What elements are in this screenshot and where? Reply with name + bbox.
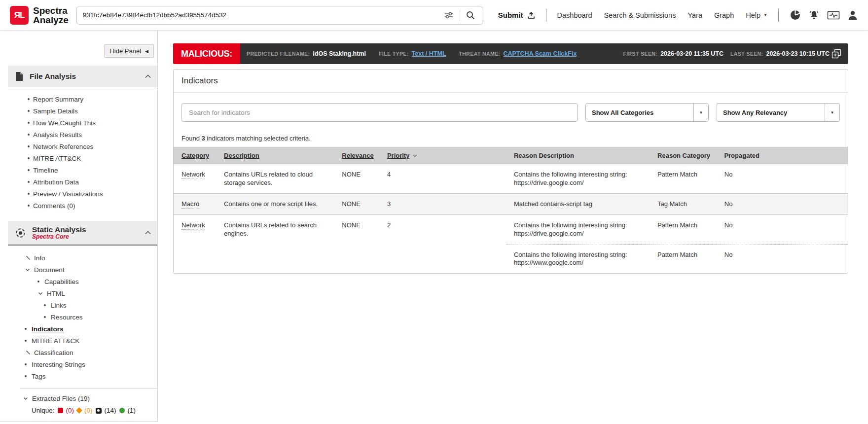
sidebar-item-comments-0[interactable]: Comments (0) xyxy=(0,200,157,212)
reason-description-cell: Matched contains-script tag xyxy=(506,194,650,214)
sidebar-item-report-summary[interactable]: Report Summary xyxy=(0,93,157,105)
sidebar-item-label: Timeline xyxy=(33,167,58,174)
tree-item-links[interactable]: Links xyxy=(0,299,157,311)
category-value[interactable]: Network xyxy=(181,171,205,179)
notifications-icon[interactable] xyxy=(808,9,820,21)
banner-fields: PREDICTED FILENAME:idOS Staking.htmlFILE… xyxy=(247,50,577,57)
extracted-files-section: Extracted Files (19) Unique: (0)(0)(14)(… xyxy=(0,392,157,417)
indicator-controls: Show All Categories ▼ Show Any Relevancy… xyxy=(181,103,840,122)
category-cell: Network xyxy=(174,164,216,193)
nav-link-yara[interactable]: Yara xyxy=(687,11,702,19)
activity-monitor-icon[interactable] xyxy=(827,10,840,21)
sidebar-item-network-references[interactable]: Network References xyxy=(0,141,157,152)
text-html-link[interactable]: Text / HTML xyxy=(412,50,446,57)
user-icon[interactable] xyxy=(847,10,858,21)
category-filter-select[interactable]: Show All Categories ▼ xyxy=(585,103,709,122)
tree-item-mitre-att-ck[interactable]: MITRE ATT&CK xyxy=(0,335,157,347)
banner-field-predicted-filename: PREDICTED FILENAME:idOS Staking.html xyxy=(247,50,366,57)
tree-item-label: Info xyxy=(34,254,45,262)
circle-icon xyxy=(119,408,125,413)
captcha-scam-clickfix-link[interactable]: CAPTCHA Scam ClickFix xyxy=(503,50,577,57)
nav-link-help[interactable]: Help▼ xyxy=(746,11,767,19)
sort-chevron-down-icon[interactable] xyxy=(412,153,418,158)
static-analysis-section-header[interactable]: Static Analysis Spectra Core xyxy=(8,221,157,246)
hide-panel-button[interactable]: Hide Panel ◀ xyxy=(104,44,154,58)
chevron-down-icon[interactable] xyxy=(37,290,43,296)
nav-link-search-submissions[interactable]: Search & Submissions xyxy=(604,11,676,19)
pie-chart-icon[interactable] xyxy=(790,9,801,21)
sidebar-item-label: MITRE ATT&CK xyxy=(33,155,81,162)
tree-item-capabilities[interactable]: Capabilities xyxy=(0,276,157,287)
bullet-icon xyxy=(28,193,30,195)
bullet-icon xyxy=(28,98,30,100)
bullet-icon xyxy=(28,122,30,124)
topbar-divider-2 xyxy=(778,9,779,22)
tree-item-interesting-strings[interactable]: Interesting Strings xyxy=(0,358,157,370)
sidebar-item-label: Comments (0) xyxy=(33,202,75,210)
sidebar-item-label: Attribution Data xyxy=(33,178,79,186)
square-icon xyxy=(58,408,63,413)
col-header-category[interactable]: Category xyxy=(174,147,216,164)
col-header-description[interactable]: Description xyxy=(216,147,334,164)
unique-count-value: (14) xyxy=(105,407,116,414)
search-icon[interactable] xyxy=(462,10,479,20)
tree-item-tags[interactable]: Tags xyxy=(0,370,157,382)
banner-field-label: PREDICTED FILENAME: xyxy=(247,51,310,57)
chevron-down-icon[interactable] xyxy=(25,267,31,273)
extracted-files-toggle[interactable]: Extracted Files (19) xyxy=(0,392,157,404)
tree-item-resources[interactable]: Resources xyxy=(0,311,157,323)
app-logo[interactable]: ЯL Spectra Analyze xyxy=(10,6,69,25)
indicators-table-header: CategoryDescriptionRelevancePriorityReas… xyxy=(174,147,848,164)
bullet-icon xyxy=(25,375,28,377)
chevron-right-icon[interactable] xyxy=(25,255,31,261)
file-icon xyxy=(15,71,24,81)
collapse-left-icon: ◀ xyxy=(145,49,148,54)
reason-category-cell: Pattern Match xyxy=(650,164,717,185)
tree-item-document[interactable]: Document xyxy=(0,264,157,276)
nav-link-graph[interactable]: Graph xyxy=(714,11,734,19)
sidebar-item-preview-visualizations[interactable]: Preview / Visualizations xyxy=(0,188,157,200)
sidebar-item-mitre-att-ck[interactable]: MITRE ATT&CK xyxy=(0,152,157,164)
tree-item-info[interactable]: Info xyxy=(0,252,157,264)
category-value[interactable]: Macro xyxy=(181,200,199,209)
unique-counts-line: Unique: (0)(0)(14)(1) xyxy=(0,404,157,417)
col-header-relevance[interactable]: Relevance xyxy=(334,147,379,164)
bullet-icon xyxy=(25,340,28,342)
global-search-input[interactable] xyxy=(83,11,440,19)
chevron-down-icon: ▼ xyxy=(763,13,767,17)
indicator-search-input[interactable] xyxy=(181,103,578,122)
submit-button[interactable]: Submit xyxy=(498,11,535,19)
banner-field-value: 2026-03-20 11:35 UTC xyxy=(660,50,723,57)
sidebar-item-timeline[interactable]: Timeline xyxy=(0,164,157,176)
spectra-core-subtitle: Spectra Core xyxy=(32,234,86,240)
sidebar-item-how-we-caught-this[interactable]: How We Caught This xyxy=(0,117,157,129)
tree-item-label: Indicators xyxy=(32,325,64,333)
col-header-priority[interactable]: Priority xyxy=(379,147,506,164)
tree-item-label: Links xyxy=(51,302,67,309)
sidebar-item-analysis-results[interactable]: Analysis Results xyxy=(0,129,157,141)
tree-item-label: Classification xyxy=(34,349,73,356)
relevance-cell: NONE xyxy=(334,215,379,274)
unique-label: Unique: xyxy=(32,407,55,414)
nav-link-dashboard[interactable]: Dashboard xyxy=(557,11,592,19)
category-value[interactable]: Network xyxy=(181,221,205,230)
indicators-table: CategoryDescriptionRelevancePriorityReas… xyxy=(174,147,848,273)
sidebar-item-label: Sample Details xyxy=(33,107,78,115)
bullet-icon xyxy=(28,169,30,171)
reason-category-cell: Tag Match xyxy=(650,194,717,214)
search-filters-icon[interactable] xyxy=(440,10,458,21)
tree-item-classification[interactable]: Classification xyxy=(0,347,157,358)
chevron-up-icon[interactable] xyxy=(145,230,151,235)
chevron-right-icon[interactable] xyxy=(25,350,31,355)
file-analysis-section-header[interactable]: File Analysis xyxy=(8,66,157,87)
copy-plus-icon[interactable] xyxy=(832,49,841,59)
tree-item-indicators[interactable]: Indicators xyxy=(0,323,157,335)
tree-item-label: Resources xyxy=(51,314,83,321)
sidebar-item-label: Preview / Visualizations xyxy=(33,190,103,198)
upload-icon xyxy=(527,11,535,19)
tree-item-html[interactable]: HTML xyxy=(0,287,157,299)
chevron-up-icon[interactable] xyxy=(145,74,151,79)
relevancy-filter-select[interactable]: Show Any Relevancy ▼ xyxy=(717,103,840,122)
sidebar-item-sample-details[interactable]: Sample Details xyxy=(0,105,157,117)
sidebar-item-attribution-data[interactable]: Attribution Data xyxy=(0,176,157,188)
